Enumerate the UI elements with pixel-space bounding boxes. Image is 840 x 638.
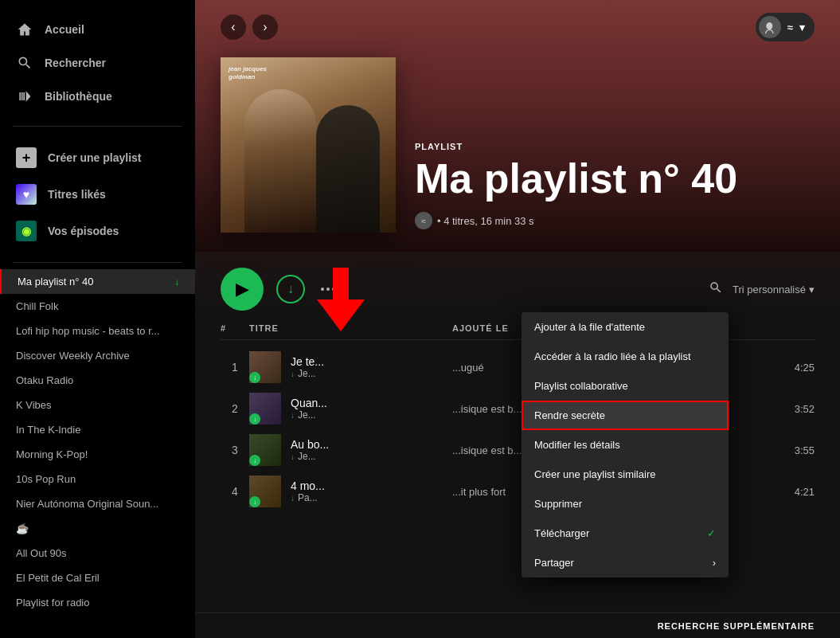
playlist-label: El Petit de Cal Eril [16,572,100,584]
download-small-icon: ↓ [291,452,295,461]
track-duration: 3:55 [767,444,815,456]
search-icon [16,54,33,72]
sidebar-item-all-out-90s[interactable]: All Out 90s [0,541,195,566]
controls-right: Tri personnalisé ▾ [709,280,815,299]
sidebar-item-create-playlist[interactable]: + Créer une playlist [0,139,195,176]
track-duration: 3:52 [767,403,815,415]
sidebar-item-nier[interactable]: Nier Autónoma Original Soun... [0,491,195,516]
dot-1 [321,288,324,291]
track-number: 4 [221,485,249,498]
track-table: # TITRE ALBUM AJOUTÉ LE ⏱ 1 ↓ Je te... [195,320,840,512]
playlist-label: K Vibes [16,399,52,411]
playlist-label: Playlist for radio [16,597,89,609]
sidebar-item-accueil[interactable]: Accueil [0,13,195,46]
episodes-icon: ◉ [16,221,37,241]
track-artist: ↓ Je... [291,368,324,379]
track-info: ↓ 4 mo... ↓ Pa... [249,476,452,507]
col-num: # [221,323,249,333]
download-button[interactable]: ↓ [276,275,305,303]
dot-2 [326,288,330,291]
track-section: ▶ ↓ Tri personnalisé [195,252,840,638]
sort-label: Tri personnalisé [733,284,806,296]
track-name: Au bo... [291,438,329,451]
playlist-info: jean jacquesgoldman PLAYLIST Ma playlist… [221,57,815,233]
forward-button[interactable]: › [252,14,278,40]
user-menu-button[interactable]: ≈ ▾ [756,13,815,41]
sidebar-item-label: Titres likés [48,188,106,201]
sidebar-item-playlist-radio[interactable]: Playlist for radio [0,590,195,615]
track-duration: 4:21 [767,486,815,498]
sort-button[interactable]: Tri personnalisé ▾ [733,284,815,296]
sidebar-item-chill-folk[interactable]: Chill Folk [0,294,195,319]
menu-item-acceder-radio[interactable]: Accéder à la radio liée à la playlist [522,342,729,371]
home-icon [16,21,33,38]
playlist-label: All Out 90s [16,547,67,559]
playlist-details: ≈ • 4 titres, 16 min 33 s [415,212,815,229]
playlist-type: PLAYLIST [415,142,815,151]
sidebar-item-lofi[interactable]: Lofi hip hop music - beats to r... [0,319,195,343]
track-thumbnail: ↓ [249,476,281,507]
track-text: Quan... ↓ Je... [291,397,327,421]
playlist-list: Ma playlist n° 40 ↓ Chill Folk Lofi hip … [0,269,195,625]
bottom-bar: RECHERCHE SUPPLÉMENTAIRE [195,613,840,638]
play-button[interactable]: ▶ [221,268,264,311]
sidebar-item-emoji[interactable]: ☕ [0,516,195,541]
menu-item-rendre-secrete[interactable]: Rendre secrète [522,401,729,430]
sidebar-item-morning-kpop[interactable]: Morning K-Pop! [0,442,195,467]
library-icon [16,88,33,105]
sidebar-item-episodes[interactable]: ◉ Vos épisodes [0,213,195,249]
hero-section: ‹ › ≈ ▾ [195,0,840,252]
track-number: 1 [221,361,249,374]
menu-item-playlist-collab[interactable]: Playlist collaborative [522,371,729,401]
track-artist: ↓ Pa... [291,492,325,503]
track-duration: 4:25 [767,362,815,374]
track-text: 4 mo... ↓ Pa... [291,479,325,503]
sidebar-item-otaku-radio[interactable]: Otaku Radio [0,368,195,393]
track-info: ↓ Au bo... ↓ Je... [249,434,452,466]
menu-item-supprimer[interactable]: Supprimer [522,489,729,519]
playlist-label: ☕ [16,523,29,534]
track-info: ↓ Quan... ↓ Je... [249,393,452,425]
user-avatar [759,16,781,38]
playlist-label: Discover Weekly Archive [16,350,130,362]
sidebar-item-label: Bibliothèque [45,90,112,103]
sidebar-nav: Accueil Rechercher Bibliothèque [0,0,195,119]
track-text: Je te... ↓ Je... [291,355,324,379]
sidebar-item-k-indie[interactable]: In The K-Indie [0,417,195,442]
menu-item-partager[interactable]: Partager › [522,548,729,577]
user-label: ≈ [787,22,793,33]
sidebar-item-el-petit[interactable]: El Petit de Cal Eril [0,566,195,590]
download-badge: ↓ [249,413,260,425]
controls-left: ▶ ↓ [221,268,338,311]
more-options-button[interactable] [318,284,338,294]
sidebar-item-k-vibes[interactable]: K Vibes [0,393,195,417]
sidebar-item-discover-weekly[interactable]: Discover Weekly Archive [0,343,195,368]
col-title: TITRE [249,323,452,333]
menu-item-creer-similaire[interactable]: Créer une playlist similaire [522,460,729,489]
sidebar-item-rechercher[interactable]: Rechercher [0,46,195,80]
sidebar-item-liked[interactable]: ♥ Titres likés [0,176,195,213]
playlist-label: Ma playlist n° 40 [18,276,94,288]
sidebar-item-bibliotheque[interactable]: Bibliothèque [0,80,195,113]
playlist-meta: PLAYLIST Ma playlist n° 40 ≈ • 4 titres,… [415,142,815,233]
download-small-icon: ↓ [291,411,295,420]
playlist-label: Chill Folk [16,300,58,312]
plus-icon: + [16,147,37,168]
playlist-title: Ma playlist n° 40 [415,158,815,199]
recherche-supplementaire-label: RECHERCHE SUPPLÉMENTAIRE [658,621,815,631]
track-name: Quan... [291,397,327,409]
nav-buttons: ‹ › [221,14,278,40]
sidebar-item-ma-playlist-40[interactable]: Ma playlist n° 40 ↓ [0,269,195,294]
back-button[interactable]: ‹ [221,14,246,40]
main-content: ‹ › ≈ ▾ [195,0,840,638]
chevron-down-icon: ▾ [799,22,805,33]
sidebar-item-10s-pop[interactable]: 10s Pop Run [0,467,195,491]
playlist-label: Morning K-Pop! [16,448,88,460]
track-artist: ↓ Je... [291,409,327,421]
menu-item-telecharger[interactable]: Télécharger ✓ [522,519,729,548]
album-art: jean jacquesgoldman [221,57,396,233]
search-tracks-button[interactable] [709,280,723,299]
menu-item-ajouter-file[interactable]: Ajouter à la file d'attente [522,312,729,342]
playlist-stats: • 4 titres, 16 min 33 s [437,215,534,227]
menu-item-modifier-details[interactable]: Modifier les détails [522,430,729,460]
